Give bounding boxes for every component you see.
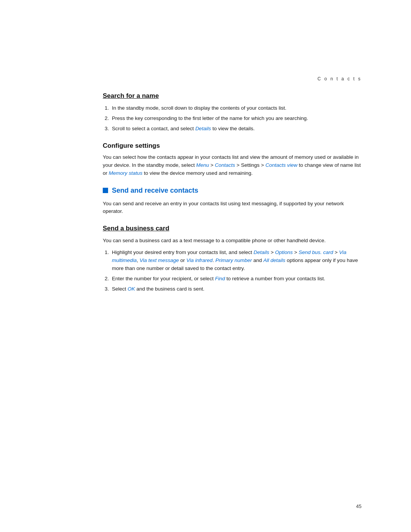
all-details-link: All details [263,257,285,263]
business-card-step-3: Select OK and the business card is sent. [110,285,362,293]
page-number: 45 [356,503,362,509]
configure-heading: Configure settings [103,142,362,150]
via-infrared-link: Via infrared [186,257,213,263]
details-link-search: Details [195,126,211,131]
business-card-heading: Send a business card [103,225,362,232]
blue-square-icon [103,188,108,193]
page: C o n t a c t s Search for a name In the… [0,0,411,532]
search-step-3: Scroll to select a contact, and select D… [110,125,362,133]
menu-link: Menu [196,162,209,168]
send-receive-body: You can send and receive an entry in you… [103,200,362,216]
section-send-business-card: Send a business card You can send a busi… [103,225,362,293]
configure-body: You can select how the contacts appear i… [103,153,362,177]
search-steps-list: In the standby mode, scroll down to disp… [110,104,362,133]
section-send-receive-contacts: Send and receive contacts You can send a… [103,187,362,216]
find-link: Find [215,276,225,281]
business-card-intro: You can send a business card as a text m… [103,237,362,245]
contacts-link: Contacts [215,162,235,168]
search-heading: Search for a name [103,92,362,100]
chapter-label: C o n t a c t s [103,76,362,81]
via-text-message-link: Via text message [140,257,179,263]
primary-number-link: Primary number [215,257,252,263]
search-step-2: Press the key corresponding to the first… [110,115,362,123]
business-card-steps-list: Highlight your desired entry from your c… [110,249,362,293]
details-link-bc: Details [253,249,269,255]
send-receive-heading: Send and receive contacts [103,187,362,195]
content-area: C o n t a c t s Search for a name In the… [0,0,411,293]
contacts-view-link: Contacts view [265,162,297,168]
send-bus-card-link: Send bus. card [299,249,333,255]
search-step-1: In the standby mode, scroll down to disp… [110,104,362,112]
business-card-step-2: Enter the number for your recipient, or … [110,275,362,283]
memory-status-link: Memory status [109,170,143,176]
ok-link: OK [127,286,135,292]
options-link: Options [275,249,293,255]
section-configure-settings: Configure settings You can select how th… [103,142,362,177]
section-search-for-a-name: Search for a name In the standby mode, s… [103,92,362,133]
business-card-step-1: Highlight your desired entry from your c… [110,249,362,273]
